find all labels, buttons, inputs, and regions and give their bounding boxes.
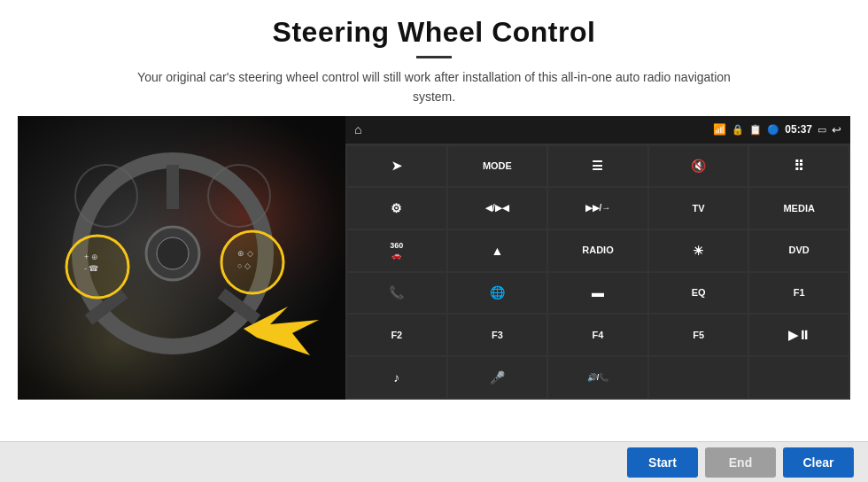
subtitle: Your original car's steering wheel contr… [124, 67, 744, 107]
f1-button[interactable]: F1 [749, 273, 849, 314]
clear-button[interactable]: Clear [783, 447, 854, 478]
cam360-button[interactable]: 360🚗 [347, 230, 446, 271]
radio-button[interactable]: RADIO [548, 230, 647, 271]
mirror-button[interactable]: ▬ [548, 273, 647, 314]
end-button[interactable]: End [705, 447, 776, 478]
eq-button[interactable]: EQ [649, 273, 748, 314]
f2-button[interactable]: F2 [347, 315, 446, 355]
svg-text:○  ◇: ○ ◇ [237, 261, 251, 270]
menu-button[interactable]: ☰ [548, 146, 647, 187]
svg-point-8 [157, 237, 189, 269]
svg-text:⊛  ◇: ⊛ ◇ [237, 249, 253, 258]
steering-wheel-svg: + ⊕ - ☎ ⊛ ◇ ○ ◇ [18, 116, 345, 400]
home-icon[interactable]: ⌂ [354, 122, 361, 136]
music-button[interactable]: ♪ [347, 357, 446, 398]
control-panel: ⌂ 📶 🔒 📋 🔵 05:37 ▭ ↩ ➤ MODE ☰ 🔇 [345, 116, 850, 400]
tv-button[interactable]: TV [649, 188, 748, 229]
svg-text:+   ⊕: + ⊕ [84, 253, 98, 261]
steering-wheel-image: + ⊕ - ☎ ⊛ ◇ ○ ◇ [18, 116, 345, 400]
playpause-button[interactable]: ▶⏸ [749, 315, 849, 355]
f3-button[interactable]: F3 [448, 315, 547, 355]
media-button[interactable]: MEDIA [749, 188, 849, 229]
nav-button[interactable]: ➤ [347, 146, 446, 187]
page-container: Steering Wheel Control Your original car… [0, 0, 868, 482]
mode-button[interactable]: MODE [448, 146, 547, 187]
f4-button[interactable]: F4 [548, 315, 647, 355]
title-divider [416, 56, 452, 58]
internet-button[interactable]: 🌐 [448, 273, 547, 314]
header-section: Steering Wheel Control Your original car… [0, 0, 868, 116]
status-bar-right: 📶 🔒 📋 🔵 05:37 ▭ ↩ [713, 123, 841, 136]
vol-call-button[interactable]: 🔊/📞 [548, 357, 647, 398]
svg-text:-   ☎: - ☎ [84, 264, 99, 273]
cast-icon: ▭ [818, 124, 826, 136]
mic-button[interactable]: 🎤 [448, 357, 547, 398]
start-button[interactable]: Start [627, 447, 698, 478]
wifi-icon: 📶 [713, 123, 726, 136]
content-area: + ⊕ - ☎ ⊛ ◇ ○ ◇ ⌂ [0, 116, 868, 441]
apps-button[interactable]: ⠿ [749, 146, 849, 187]
lock-icon: 🔒 [732, 124, 744, 136]
phone-button[interactable]: 📞 [347, 273, 446, 314]
empty-btn-1 [649, 357, 748, 398]
dvd-button[interactable]: DVD [749, 230, 849, 271]
svg-point-14 [221, 231, 283, 293]
bluetooth-icon: 🔵 [767, 124, 779, 136]
settings-button[interactable]: ⚙ [347, 188, 446, 229]
back-icon[interactable]: ↩ [832, 123, 841, 136]
steering-wheel-bg: + ⊕ - ☎ ⊛ ◇ ○ ◇ [18, 116, 345, 400]
status-bar: ⌂ 📶 🔒 📋 🔵 05:37 ▭ ↩ [345, 116, 850, 144]
button-grid: ➤ MODE ☰ 🔇 ⠿ ⚙ ◀/▶◀ ▶▶/→ TV MEDIA 360🚗 ▲… [345, 144, 850, 400]
action-bar: Start End Clear [0, 441, 868, 482]
mute-button[interactable]: 🔇 [649, 146, 748, 187]
sim-icon: 📋 [749, 124, 762, 136]
brightness-button[interactable]: ☀ [649, 230, 748, 271]
time-display: 05:37 [785, 123, 812, 136]
next-button[interactable]: ▶▶/→ [548, 188, 647, 229]
f5-button[interactable]: F5 [649, 315, 748, 355]
page-title: Steering Wheel Control [35, 16, 833, 49]
eject-button[interactable]: ▲ [448, 230, 547, 271]
status-bar-left: ⌂ [354, 122, 361, 136]
empty-btn-2 [749, 357, 849, 398]
prev-button[interactable]: ◀/▶◀ [448, 188, 547, 229]
